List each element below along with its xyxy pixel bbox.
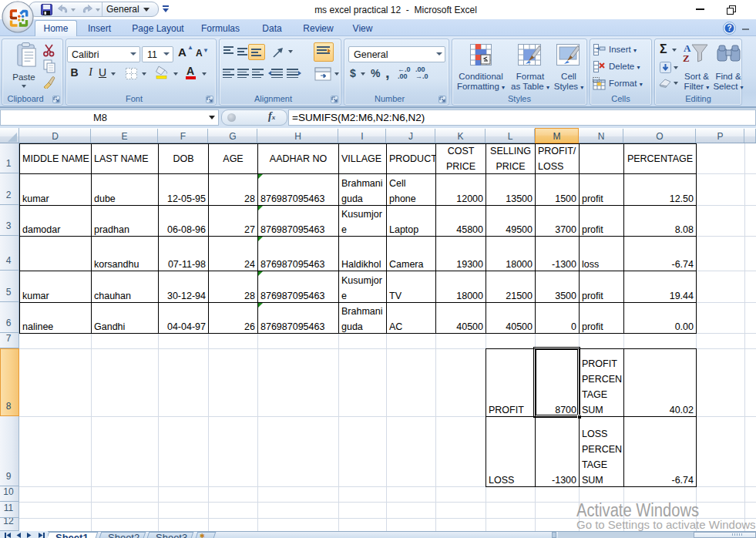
svg-text:?: ?	[727, 24, 731, 32]
